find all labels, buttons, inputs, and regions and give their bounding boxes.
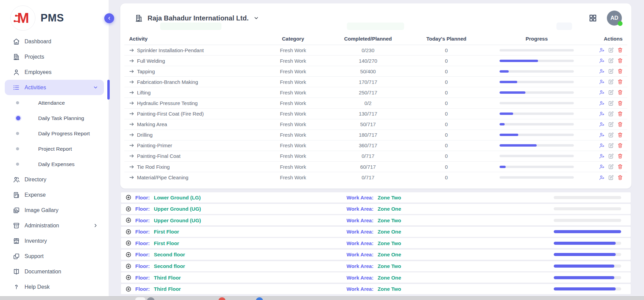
edit-icon[interactable] [608, 47, 614, 53]
progress-bar [500, 144, 574, 147]
edit-icon[interactable] [608, 111, 614, 117]
assign-user-icon[interactable] [599, 121, 605, 127]
assign-user-icon[interactable] [599, 100, 605, 106]
expand-plus-icon[interactable] [125, 240, 132, 246]
edit-icon[interactable] [608, 153, 614, 159]
sidebar-item-attendance[interactable]: Attendance [0, 95, 109, 110]
floor-value: First Floor [154, 229, 179, 235]
edit-icon[interactable] [608, 100, 614, 106]
assign-user-icon[interactable] [599, 47, 605, 53]
delete-icon[interactable] [617, 142, 623, 149]
sidebar-item-label: Projects [25, 54, 44, 60]
edit-icon[interactable] [608, 58, 614, 64]
sidebar-item-inventory[interactable]: Inventory [0, 233, 109, 249]
delete-icon[interactable] [617, 100, 623, 106]
delete-icon[interactable] [617, 164, 623, 170]
building-icon [135, 14, 143, 22]
edit-icon[interactable] [608, 121, 614, 127]
expand-plus-icon[interactable] [125, 229, 132, 235]
floor-value: Second floor [154, 263, 185, 269]
delete-icon[interactable] [617, 153, 623, 159]
assign-user-icon[interactable] [599, 153, 605, 159]
sidebar-item-administration[interactable]: Administration [0, 218, 109, 233]
logo-badge: M [10, 5, 35, 31]
company-selector[interactable]: Raja Bahadur International Ltd. [135, 14, 259, 22]
expand-plus-icon[interactable] [125, 217, 132, 223]
delete-icon[interactable] [617, 121, 623, 127]
sidebar-item-label: Inventory [25, 238, 47, 244]
sidebar-item-documentation[interactable]: Documentation [0, 264, 109, 279]
delete-icon[interactable] [617, 68, 623, 74]
avatar-initials: AD [610, 15, 618, 21]
assign-user-icon[interactable] [599, 79, 605, 85]
sidebar-item-expense[interactable]: Expense [0, 187, 109, 202]
sidebar-item-daily-progress-report[interactable]: Daily Progress Report [0, 126, 109, 141]
sidebar-item-activities[interactable]: Activities [5, 80, 104, 95]
sidebar-item-dashboard[interactable]: Dashboard [0, 34, 109, 49]
delete-icon[interactable] [617, 89, 623, 95]
sidebar-item-projects[interactable]: Projects [0, 49, 109, 64]
assign-user-icon[interactable] [599, 111, 605, 117]
floor-label: Floor: [135, 252, 150, 257]
archive-box-icon [13, 222, 20, 229]
expand-plus-icon[interactable] [125, 194, 132, 200]
progress-bar [500, 91, 574, 94]
assign-user-icon[interactable] [599, 142, 605, 149]
assign-user-icon[interactable] [599, 164, 605, 170]
sidebar-item-help-desk[interactable]: Help Desk [0, 279, 109, 295]
work-area-label: Work Area: [347, 195, 373, 200]
list-bullet-icon [13, 84, 20, 91]
sidebar: M PMS Dashboard Projects Employees [0, 0, 109, 300]
dock-app-icon[interactable] [135, 297, 145, 300]
floor-progress-fill [554, 276, 614, 279]
assign-user-icon[interactable] [599, 68, 605, 74]
todays-planned-value: 0 [397, 90, 496, 95]
delete-icon[interactable] [617, 111, 623, 117]
category-value: Fresh Work [247, 100, 339, 106]
expand-plus-icon[interactable] [125, 263, 132, 269]
edit-icon[interactable] [608, 79, 614, 85]
edit-icon[interactable] [608, 142, 614, 149]
delete-icon[interactable] [617, 58, 623, 64]
activity-name: Painting-First Coat (Fire Red) [137, 111, 204, 117]
sidebar-item-daily-task-planning[interactable]: Daily Task Planning [0, 110, 109, 126]
expand-plus-icon[interactable] [125, 252, 132, 258]
sidebar-item-label: Attendance [38, 100, 65, 106]
work-area-value: Zone Two [378, 240, 401, 246]
activity-row: Full Welding Fresh Work 140/270 0 [124, 56, 627, 66]
col-todays-planned: Today's Planned [397, 36, 496, 42]
sidebar-item-project-report[interactable]: Project Report [0, 141, 109, 156]
sidebar-collapse-button[interactable] [104, 13, 114, 23]
sidebar-item-employees[interactable]: Employees [0, 64, 109, 80]
expand-plus-icon[interactable] [125, 274, 132, 281]
todays-planned-value: 0 [397, 69, 496, 74]
category-value: Fresh Work [247, 58, 339, 64]
work-area-pair: Work Area: Zone Two [347, 286, 554, 292]
expand-plus-icon[interactable] [125, 206, 132, 212]
edit-icon[interactable] [608, 132, 614, 138]
sidebar-item-daily-expenses[interactable]: Daily Expenses [0, 156, 109, 172]
assign-user-icon[interactable] [599, 58, 605, 64]
sidebar-item-directory[interactable]: Directory [0, 172, 109, 187]
delete-icon[interactable] [617, 79, 623, 85]
dock-red-app-icon[interactable] [218, 297, 226, 300]
user-avatar[interactable]: AD [607, 11, 622, 26]
dock-blue-app-icon[interactable] [256, 297, 263, 300]
bullet-dot [16, 163, 19, 166]
edit-icon[interactable] [608, 175, 614, 181]
assign-user-icon[interactable] [599, 132, 605, 138]
apps-grid-icon[interactable] [588, 14, 597, 22]
edit-icon[interactable] [608, 68, 614, 74]
edit-icon[interactable] [608, 89, 614, 95]
sidebar-item-image-gallary[interactable]: Image Gallary [0, 202, 109, 218]
dock-avatar-icon[interactable] [147, 297, 155, 300]
delete-icon[interactable] [617, 132, 623, 138]
edit-icon[interactable] [608, 164, 614, 170]
delete-icon[interactable] [617, 175, 623, 181]
assign-user-icon[interactable] [599, 175, 605, 181]
delete-icon[interactable] [617, 47, 623, 53]
floor-progress-bar [554, 230, 621, 233]
sidebar-item-support[interactable]: Support [0, 249, 109, 264]
expand-plus-icon[interactable] [125, 286, 132, 292]
assign-user-icon[interactable] [599, 89, 605, 95]
